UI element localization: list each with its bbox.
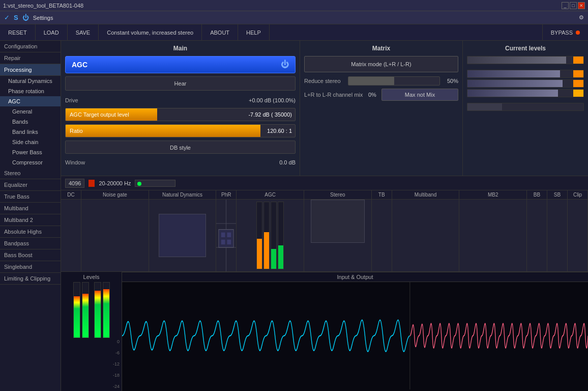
check-icon: ✓ [4,14,10,21]
top-panels: Main AGC ⏻ Hear Drive +0.00 dB (100.0%) [61,41,588,176]
sidebar-item-band-links[interactable]: Band links [0,127,61,137]
s-icon: S [14,14,18,21]
levels-bottom-panel: Levels [61,272,122,391]
sidebar-item-side-chain[interactable]: Side chain [0,137,61,147]
sidebar-item-power-bass[interactable]: Power Bass [0,147,61,157]
natural-dynamics-content [149,200,216,271]
vu-bar-1 [73,282,80,338]
main-panel: Main AGC ⏻ Hear Drive +0.00 dB (100.0%) [61,41,300,176]
reduce-stereo-label: Reduce stereo [304,78,345,84]
tb-content [372,200,392,271]
processor-sb: SB [547,190,568,271]
sidebar-item-stereo[interactable]: Stereo [0,167,61,179]
sidebar-item-multiband[interactable]: Multiband [0,203,61,214]
max-not-mix-button[interactable]: Max not Mix [381,89,458,101]
sidebar-item-natural-dynamics[interactable]: Natural Dynamics [0,76,61,86]
processor-stereo: Stereo [304,190,372,271]
reset-button[interactable]: RESET [0,24,36,41]
help-button[interactable]: HELP [238,24,270,41]
agc-button[interactable]: AGC ⏻ [65,56,296,73]
waveform-area [122,282,588,389]
ratio-label: Ratio [66,128,87,134]
io-title: Input & Output [122,272,588,282]
settingsbar: ✓ S ⏻ Settings ⚙ [0,11,588,24]
processor-bb: BB [527,190,547,271]
sidebar-item-agc[interactable]: AGC [0,96,61,106]
processors-row: DC Noise gate Natural Dynamics [61,190,588,272]
titlebar: 1:vst_stereo_tool_BETA801-048 _ □ ✕ [0,0,588,11]
hear-button[interactable]: Hear [65,76,296,91]
sidebar-item-limiting-clipping[interactable]: Limiting & Clipping [0,273,61,285]
red-indicator [89,180,95,187]
ratio-slider[interactable]: Ratio 120.60 : 1 [65,124,296,137]
sidebar-item-general[interactable]: General [0,106,61,117]
agc-target-slider[interactable]: AGC Target output level -7.92 dB ( 35000… [65,108,296,121]
processor-natural-dynamics: Natural Dynamics [149,190,217,271]
current-levels-title: Current levels [467,45,584,52]
lr-label: L+R to L-R channel mix [304,92,365,98]
natural-dynamics-visual [149,200,216,271]
sidebar-item-phase-rotation[interactable]: Phase rotation [0,86,61,96]
level-bar-2 [467,70,584,78]
about-button[interactable]: ABOUT [202,24,238,41]
load-button[interactable]: LOAD [36,24,68,41]
settings-extra-icon: ⚙ [579,14,584,21]
matrix-mode-button[interactable]: Matrix mode (L+R / L-R) [304,56,458,72]
scale-minus24: -24 [113,384,120,389]
waveform-svg [122,282,588,389]
titlebar-controls: _ □ ✕ [562,2,585,9]
sidebar-item-bandpass[interactable]: Bandpass [0,238,61,249]
bypass-button[interactable]: BYPASS [542,24,588,41]
constant-volume-option: Constant volume, increased stereo [99,24,202,41]
save-button[interactable]: SAVE [68,24,99,41]
lr-mix-row: L+R to L-R channel mix 0% Max not Mix [304,89,458,101]
window-row: Window 0.0 dB [65,157,296,168]
reduce-stereo-row: Reduce stereo 50% [304,76,458,86]
spectrum-range: 20-20000 Hz [99,180,131,186]
mb2-content [459,200,526,271]
matrix-mode-label: Matrix mode (L+R / L-R) [351,61,411,67]
db-style-button[interactable]: DB style [65,141,296,154]
window-label: Window [65,159,85,165]
sidebar-item-compressor[interactable]: Compressor [0,157,61,167]
maximize-button[interactable]: □ [570,2,577,9]
agc-meters [237,200,304,271]
mb2-label: MB2 [459,190,526,200]
titlebar-left: 1:vst_stereo_tool_BETA801-048 [3,3,83,9]
sidebar-item-configuration[interactable]: Configuration [0,41,61,52]
power-icon[interactable]: ⏻ [22,14,29,21]
drive-label: Drive [65,97,78,103]
scale-minus18: -18 [113,373,120,378]
sidebar-item-absolute-highs[interactable]: Absolute Highs [0,226,61,238]
scale-minus12: -12 [113,361,120,367]
agc-proc-content [237,200,304,271]
close-button[interactable]: ✕ [578,2,585,9]
sidebar-item-processing[interactable]: Processing [0,64,61,76]
level-bar-3 [467,79,584,88]
minimize-button[interactable]: _ [562,2,569,9]
bottom-section: 4096 20-20000 Hz DC Noise gate [61,176,588,391]
scale-0: 0 [117,339,120,344]
processor-clip: Clip [568,190,588,271]
sidebar-item-repair[interactable]: Repair [0,52,61,64]
sidebar-item-equalizer[interactable]: Equalizer [0,179,61,191]
svg-rect-5 [227,233,231,237]
reduce-stereo-slider[interactable] [348,76,440,86]
dc-label: DC [61,190,81,200]
svg-rect-3 [219,230,233,247]
ratio-value: 120.60 : 1 [267,128,292,134]
svg-rect-7 [227,240,231,244]
sidebar-item-true-bass[interactable]: True Bass [0,191,61,203]
noise-gate-label: Noise gate [81,190,149,200]
drive-value: +0.00 dB (100.0%) [249,97,296,103]
agc-target-label: AGC Target output level [66,111,133,118]
sidebar-item-singleband[interactable]: Singleband [0,261,61,273]
processor-noise-gate: Noise gate [81,190,149,271]
drive-row: Drive +0.00 dB (100.0%) [65,95,296,106]
sidebar-item-bass-boost[interactable]: Bass Boost [0,249,61,261]
reduce-stereo-value: 50% [443,78,458,84]
sidebar-item-bands[interactable]: Bands [0,117,61,127]
sidebar-item-multiband2[interactable]: Multiband 2 [0,214,61,226]
agc-meter-3 [271,202,277,269]
multiband-content [392,200,459,271]
